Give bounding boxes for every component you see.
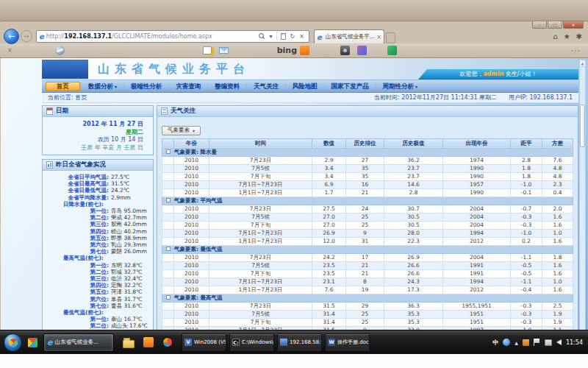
new-tab-button[interactable] <box>386 32 395 43</box>
table-row[interactable]: 20107月下旬31.42535.31951-0.31.9 <box>162 318 573 326</box>
table-row[interactable]: 20107月下旬3.43523.719901.84.8 <box>162 172 573 180</box>
share-icon[interactable] <box>357 46 367 55</box>
column-header[interactable]: 时间 <box>209 138 312 148</box>
volume-icon[interactable] <box>556 339 562 345</box>
forward-button[interactable]: → <box>21 30 32 42</box>
table-row[interactable]: 20107月23日31.52936.31955,1951-0.32.5 <box>162 302 573 310</box>
ranking-row: 第五位:菏泽 31.8℃ <box>44 289 148 295</box>
taskbar-window-1[interactable]: VWin2008 (VS2... <box>182 333 226 352</box>
maximize-button[interactable]: ▢ <box>548 21 562 29</box>
nav-item-9[interactable]: 周期性分析▾ <box>377 82 424 91</box>
security-alert-icon[interactable] <box>523 339 529 346</box>
group-checkbox[interactable] <box>166 247 171 251</box>
favorites-button[interactable]: ★ <box>564 32 570 40</box>
nav-item-7[interactable]: 风险地图 <box>287 82 323 91</box>
nav-item-2[interactable]: 数据分析▾ <box>82 82 123 91</box>
toolbar-close-icon[interactable]: × <box>7 47 12 54</box>
column-header[interactable]: 数值 <box>312 138 346 148</box>
table-row[interactable]: 20107月下旬23.52126.61991-0.51.6 <box>162 269 573 277</box>
table-row[interactable]: 20107月1日~7月23日23.1824.31994-1.11.0 <box>162 277 573 286</box>
minimize-button[interactable]: – <box>532 21 547 29</box>
element-filter-button[interactable]: 气象要素 ▾ <box>162 126 201 135</box>
taskbar-window-4[interactable]: W操作手册.docx ... <box>325 333 370 352</box>
toolbar-logo-icon[interactable] <box>55 46 65 55</box>
table-row[interactable]: 20107月5候23.52126.61991-0.51.6 <box>162 261 573 269</box>
ime-indicator[interactable]: 中 <box>492 339 498 347</box>
table-row[interactable]: 20107月1日~7月23日6.91614.61957-1.02.3 <box>162 180 573 188</box>
orange-app-icon[interactable] <box>143 337 154 347</box>
pinned-app-icon[interactable] <box>28 338 37 347</box>
window-titlebar[interactable]: – ▢ × <box>0 21 588 29</box>
scrollbar-thumb[interactable] <box>580 105 585 147</box>
apps-icon[interactable] <box>387 46 397 55</box>
tools-button[interactable]: ✱ <box>576 32 582 40</box>
table-row[interactable]: 20107月5候3.43523.719901.84.8 <box>162 164 573 172</box>
camera-icon[interactable] <box>340 46 350 55</box>
close-button[interactable]: × <box>563 21 584 29</box>
table-row[interactable]: 20101月1日~7月23日1.7212.81990-0.10.4 <box>162 188 573 197</box>
welcome-username[interactable]: admin <box>483 71 503 77</box>
group-checkbox[interactable] <box>166 295 171 300</box>
bing-search-icon[interactable] <box>300 46 309 55</box>
column-header[interactable]: 距平 <box>511 138 542 148</box>
table-cell: -0.5 <box>511 261 542 269</box>
nav-item-3[interactable]: 极端性分析 <box>125 82 168 91</box>
column-header[interactable]: 历史排位 <box>346 138 384 148</box>
table-group-row[interactable]: 气象要素: 最低气温 <box>162 245 573 253</box>
group-checkbox[interactable] <box>166 149 171 154</box>
table-cell: 2010 <box>174 213 209 221</box>
cards-icon[interactable] <box>203 46 212 54</box>
table-row[interactable]: 20107月5候31.42535.31951-0.31.9 <box>162 310 573 318</box>
taskbar-window-3[interactable]: 192.168.58.99... <box>277 333 322 352</box>
search-button[interactable] <box>257 33 268 40</box>
column-header[interactable]: 出现年份 <box>443 138 511 148</box>
nav-item-5[interactable]: 整编资料 <box>209 82 245 91</box>
table-cell: 7月5候 <box>209 261 312 269</box>
start-button[interactable] <box>4 333 22 352</box>
nav-item-6[interactable]: 天气关注 <box>248 82 284 91</box>
site-header: 山东省气候业务平台 欢迎您，admin 先生/小姐！ <box>42 58 578 80</box>
table-group-row[interactable]: 气象要素: 降水量 <box>162 148 573 156</box>
taskbar-window-2[interactable]: C:C:\Windows\s... <box>229 333 274 352</box>
ime-tool-icon[interactable] <box>503 339 510 346</box>
taskbar-active-window[interactable]: e 山东省气候业务... <box>43 333 114 352</box>
table-cell: -0.5 <box>511 269 542 277</box>
mail-icon[interactable] <box>219 47 229 54</box>
clock[interactable]: 11:54 <box>566 339 583 346</box>
back-button[interactable]: ← <box>4 29 19 44</box>
bing-logo[interactable]: bing <box>277 46 297 55</box>
scroll-up-icon[interactable]: ▲ <box>580 60 585 67</box>
compatibility-view-button[interactable] <box>279 33 288 40</box>
nav-item-1[interactable]: 首页 <box>46 82 80 91</box>
table-row[interactable]: 20107月1日~7月23日26.9928.01994-1.01.0 <box>162 229 573 237</box>
refresh-button[interactable]: ↻ <box>288 33 298 40</box>
address-bar[interactable]: e http:// 192.168.137.1 /GLCCLIMATE/modu… <box>36 30 309 43</box>
nav-item-4[interactable]: 灾害查询 <box>170 82 207 91</box>
group-checkbox[interactable] <box>166 198 171 202</box>
stop-button[interactable]: × <box>297 33 306 40</box>
network-icon[interactable] <box>545 339 552 346</box>
table-row[interactable]: 20107月5候27.02530.52004-0.31.6 <box>162 213 573 221</box>
table-group-row[interactable]: 气象要素: 最高气温 <box>162 294 573 302</box>
table-row[interactable]: 20101月1日~7月23日7.61917.32012-0.41.6 <box>162 286 573 294</box>
nav-item-8[interactable]: 国家下发产品 <box>326 82 375 91</box>
column-header[interactable]: 年份 <box>174 138 209 148</box>
home-button[interactable]: ⌂ <box>553 32 557 40</box>
tab-close-icon[interactable]: × <box>376 34 381 40</box>
action-center-flag-icon[interactable] <box>534 339 540 346</box>
column-header[interactable]: 方差 <box>542 138 573 148</box>
column-header[interactable]: 历史极值 <box>384 138 443 148</box>
table-group-row[interactable]: 气象要素: 平均气温 <box>162 197 573 205</box>
show-hidden-icons-button[interactable]: ▲ <box>514 340 518 345</box>
page-scrollbar[interactable]: ▲ <box>579 60 586 354</box>
media-player-icon[interactable] <box>162 337 173 347</box>
table-row[interactable]: 20107月23日2.92736.219742.87.6 <box>162 156 573 164</box>
search-dropdown[interactable]: ▾ <box>268 33 275 40</box>
browser-tab[interactable]: e 山东省气候业务平... × <box>314 29 384 43</box>
table-row[interactable]: 20107月23日24.21726.92004-1.11.8 <box>162 253 573 261</box>
table-row[interactable]: 20107月23日27.52430.72004-0.72.0 <box>162 205 573 213</box>
toolbar-more-button[interactable]: ··· <box>571 47 581 54</box>
table-row[interactable]: 20101月1日~7月23日12.03122.320120.21.6 <box>162 237 573 245</box>
table-row[interactable]: 20107月下旬27.02530.52004-0.31.6 <box>162 221 573 229</box>
explorer-icon[interactable] <box>123 340 135 348</box>
